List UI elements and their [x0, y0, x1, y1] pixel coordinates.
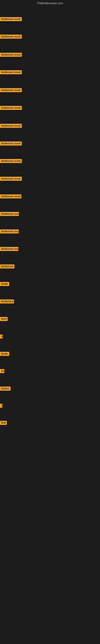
- bottleneck-label: Bottleneck result: [0, 177, 22, 181]
- bottleneck-result-row: Bottleneck result: [0, 53, 22, 58]
- bottleneck-label: Bottleneck result: [0, 106, 22, 110]
- bottleneck-result-row: Bottleneck result: [0, 88, 22, 93]
- bottleneck-result-row: Bottleneck: [0, 264, 14, 269]
- bottleneck-result-row: Bottleneck result: [0, 106, 22, 111]
- bottleneck-result-row: Bottleneck result: [0, 34, 22, 40]
- bottleneck-label: Bottleneck result: [0, 17, 22, 21]
- bottleneck-result-row: Bottleneck resu: [0, 247, 18, 252]
- bottleneck-label: |: [0, 404, 2, 408]
- bottleneck-result-row: Bott: [0, 421, 7, 426]
- bottleneck-label: Bottle: [0, 282, 9, 286]
- bottleneck-label: Bottleneck result: [0, 88, 22, 92]
- bottleneck-result-row: Bottleneck result: [0, 70, 22, 75]
- bottleneck-label: Bott!: [0, 317, 8, 321]
- bottleneck-label: Bottleneck result: [0, 53, 22, 57]
- bottleneck-label: Bottleneck result: [0, 142, 22, 146]
- bottleneck-result-row: Bottleneck resu: [0, 230, 19, 234]
- bottleneck-result-row: Bottleneck result: [0, 194, 21, 199]
- bottleneck-label: Bottleneck result: [0, 124, 22, 128]
- bottleneck-result-row: |: [0, 404, 2, 408]
- bottleneck-result-row: Bott!: [0, 317, 8, 322]
- bottleneck-label: Bottleneck result: [0, 70, 22, 74]
- bottleneck-label: Bott: [0, 421, 7, 425]
- bottleneck-label: Bottleneck result: [0, 34, 22, 39]
- bottleneck-label: Bottleneck resu: [0, 247, 18, 251]
- bottleneck-result-row: Bo: [0, 369, 4, 374]
- bottleneck-result-row: Bottle: [0, 352, 9, 356]
- bottleneck-label: Bottleneck result: [0, 159, 22, 163]
- bottleneck-result-row: Bottleneck result: [0, 124, 22, 128]
- bottleneck-result-row: Bottleneck result: [0, 142, 22, 146]
- bottleneck-result-row: Bottleneck result: [0, 177, 22, 182]
- bottleneck-label: Bottle: [0, 352, 9, 356]
- bottleneck-result-row: B: [0, 334, 3, 339]
- bottleneck-result-row: Bottlen: [0, 386, 11, 392]
- bottleneck-result-row: Bottleneck result: [0, 17, 22, 22]
- bottleneck-label: Bottleneck: [0, 264, 14, 268]
- bottleneck-label: Bottleneck: [0, 300, 14, 304]
- bottleneck-label: Bottleneck resu: [0, 230, 19, 234]
- bottleneck-label: Bo: [0, 369, 4, 373]
- site-title: TheBottlenecker.com: [0, 0, 100, 6]
- bottleneck-result-row: Bottleneck: [0, 300, 14, 304]
- bottleneck-result-row: Bottleneck result: [0, 159, 22, 164]
- bottleneck-label: B: [0, 334, 3, 338]
- bottleneck-result-row: Bottleneck resu: [0, 212, 19, 217]
- bottleneck-label: Bottleneck result: [0, 194, 21, 198]
- bottleneck-result-row: Bottle: [0, 282, 9, 287]
- bottleneck-label: Bottleneck resu: [0, 212, 19, 216]
- bottleneck-label: Bottlen: [0, 386, 11, 391]
